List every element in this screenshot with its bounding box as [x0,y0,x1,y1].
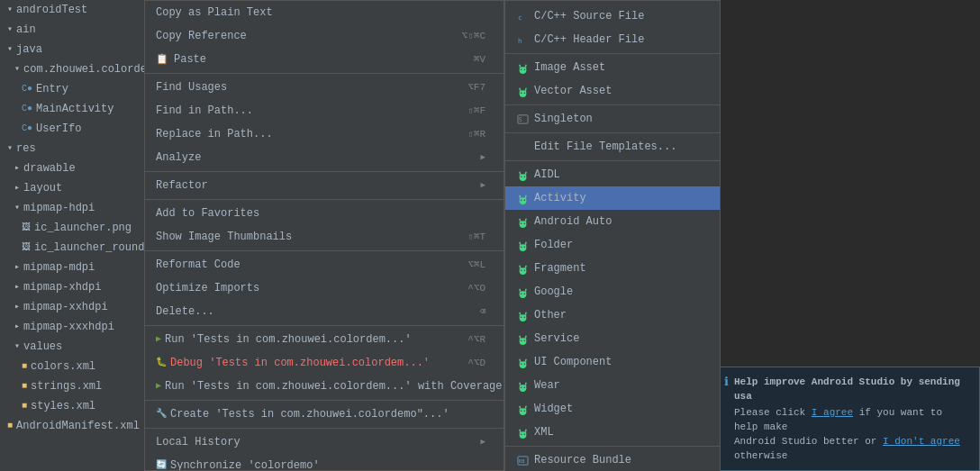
submenu-ui-component[interactable]: UI Component [505,350,720,374]
svg-rect-85 [519,431,525,436]
svg-point-29 [523,199,524,200]
agree-link[interactable]: I agree [812,407,853,418]
submenu-separator [505,160,720,161]
menu-find-in-path[interactable]: Find in Path... ⇧⌘F [145,99,504,122]
svg-point-46 [520,269,521,270]
android-icon [516,168,529,181]
submenu-google[interactable]: Google [505,280,720,303]
singleton-icon: S [516,113,529,125]
menu-reformat-code[interactable]: Reformat Code ⌥⌘L [145,253,504,276]
submenu-widget[interactable]: Widget [505,397,720,421]
svg-line-27 [525,195,526,197]
sidebar-item-entry[interactable]: C● Entry [0,79,144,99]
sidebar-item-mipmap-xxxhdpi[interactable]: ▸ mipmap-xxxhdpi [0,317,144,337]
menu-debug-tests[interactable]: 🐛 Debug 'Tests in com.zhouwei.colordem..… [145,351,504,375]
submenu-separator [505,104,720,105]
sidebar-item-values[interactable]: ▾ values [0,337,144,357]
sidebar-item-mainactivity[interactable]: C● MainActivity [0,99,144,119]
sidebar-item-colors[interactable]: ■ colors.xml [0,357,144,376]
sidebar-item-userifo[interactable]: C● UserIfo [0,119,144,139]
sidebar-item-ic-launcher[interactable]: 🖼 ic_launcher.png [0,218,144,238]
submenu-singleton[interactable]: S Singleton [505,107,720,131]
svg-point-53 [523,293,524,294]
sidebar-item-androidmanifest[interactable]: ■ AndroidManifest.xml [0,416,144,436]
sidebar-item-mipmap-hdpi[interactable]: ▾ mipmap-hdpi [0,198,144,218]
svg-line-39 [525,241,526,244]
sidebar-item-mipmap-xhdpi[interactable]: ▸ mipmap-xhdpi [0,277,144,297]
submenu-aidl[interactable]: AIDL [505,163,720,186]
folder-icon: ▾ [7,140,13,157]
sidebar-item-ain[interactable]: ▾ ain [0,20,144,40]
folder-icon: ▾ [7,2,13,18]
svg-point-65 [523,340,524,340]
menu-delete[interactable]: Delete... ⌫ [145,300,504,323]
menu-paste[interactable]: 📋 Paste ⌘V [145,48,504,71]
submenu-other[interactable]: Other [505,303,720,327]
submenu-edit-file-templates[interactable]: Edit File Templates... [505,135,720,159]
menu-show-thumbnails[interactable]: Show Image Thumbnails ⇧⌘T [145,225,504,249]
menu-copy-plain-text[interactable]: Copy as Plain Text [145,1,504,24]
menu-refactor[interactable]: Refactor [145,174,504,197]
menu-optimize-imports[interactable]: Optimize Imports ^⌥O [145,276,504,300]
submenu-resource-bundle[interactable]: RB Resource Bundle [505,448,720,471]
sidebar-item-layout[interactable]: ▸ layout [0,178,144,198]
submenu-cpp-header[interactable]: h C/C++ Header File [505,28,720,51]
svg-point-77 [523,386,524,387]
menu-replace-in-path[interactable]: Replace in Path... ⇧⌘R [145,122,504,146]
submenu-fragment[interactable]: Fragment [505,257,720,280]
svg-point-34 [520,222,521,223]
svg-point-64 [520,340,521,340]
svg-text:S: S [518,116,522,123]
sidebar-item-res[interactable]: ▾ res [0,139,144,159]
submenu-activity[interactable]: Activity [505,186,720,210]
svg-rect-73 [519,385,525,389]
sidebar-item-styles[interactable]: ■ styles.xml [0,396,144,416]
folder-icon: ▸ [14,279,20,295]
svg-line-74 [519,382,520,385]
submenu-folder[interactable]: Folder [505,233,720,257]
sidebar-item-package[interactable]: ▾ com.zhouwei.colorden [0,59,144,79]
folder-icon: ▸ [14,319,20,335]
menu-find-usages[interactable]: Find Usages ⌥F7 [145,76,504,99]
android-icon [516,403,529,415]
menu-analyze[interactable]: Analyze [145,146,504,169]
folder-icon: ▾ [14,200,20,216]
menu-local-history[interactable]: Local History [145,430,504,454]
submenu-vector-asset[interactable]: Vector Asset [505,79,720,103]
sidebar-item-mipmap-mdpi[interactable]: ▸ mipmap-mdpi [0,258,144,277]
svg-text:c: c [517,14,521,22]
folder-icon: ▸ [14,180,20,196]
sidebar-item-ic-launcher-round[interactable]: 🖼 ic_launcher_round. [0,238,144,258]
menu-run-with-coverage[interactable]: ▶ Run 'Tests in com.zhouwei.colordem...'… [145,375,504,398]
submenu-android-auto[interactable]: Android Auto [505,210,720,233]
svg-point-9 [523,68,524,69]
svg-line-44 [519,265,520,267]
submenu-wear[interactable]: Wear [505,374,720,397]
sidebar-item-drawable[interactable]: ▸ drawable [0,159,144,178]
svg-line-56 [519,312,520,314]
svg-line-80 [519,405,520,408]
menu-run-tests[interactable]: ▶ Run 'Tests in com.zhouwei.colordem...'… [145,328,504,351]
submenu-service[interactable]: Service [505,327,720,350]
submenu-xml[interactable]: XML [505,421,720,444]
menu-copy-reference[interactable]: Copy Reference ⌥⇧⌘C [145,24,504,48]
android-icon [516,332,529,345]
svg-rect-43 [519,267,525,272]
menu-add-favorites[interactable]: Add to Favorites [145,202,504,225]
svg-line-20 [519,171,520,174]
disagree-link[interactable]: I don't agree [883,436,960,447]
svg-line-57 [525,312,526,314]
sidebar-item-androidtest[interactable]: ▾ androidTest [0,0,144,20]
sidebar-item-java[interactable]: ▾ java [0,40,144,59]
android-icon [516,192,529,204]
menu-synchronize[interactable]: 🔄 Synchronize 'colordemo' [145,454,504,471]
android-icon [516,379,529,392]
svg-point-41 [523,246,524,247]
menu-separator [145,428,504,429]
android-icon [516,426,529,439]
sidebar-item-strings[interactable]: ■ strings.xml [0,376,144,396]
menu-create-tests[interactable]: 🔧 Create 'Tests in com.zhouwei.colordemo… [145,403,504,426]
submenu-image-asset[interactable]: Image Asset [505,56,720,79]
sidebar-item-mipmap-xxhdpi[interactable]: ▸ mipmap-xxhdpi [0,297,144,317]
submenu-cpp-source[interactable]: c C/C++ Source File [505,5,720,28]
